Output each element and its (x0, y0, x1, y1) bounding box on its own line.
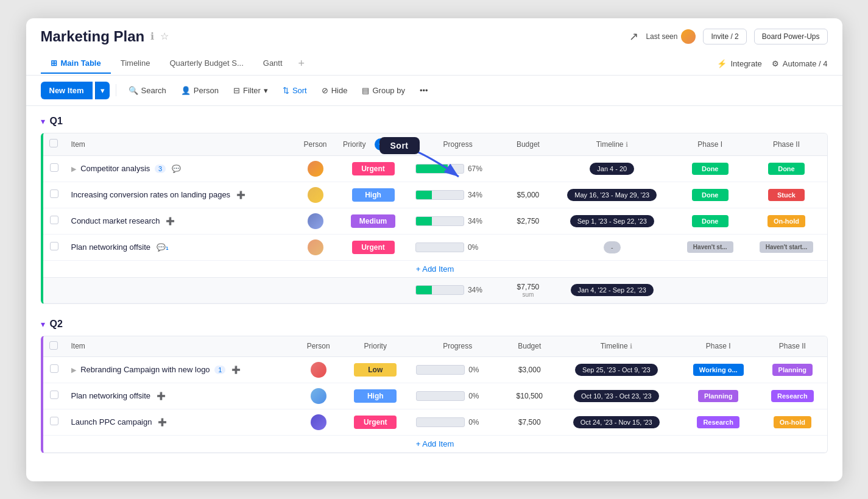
q1-toggle[interactable]: ▾ (41, 116, 45, 126)
automate-button[interactable]: ⚙ Automate / 4 (772, 59, 828, 68)
q2-row1-phase1-badge[interactable]: Working o... (693, 364, 744, 376)
sort-button[interactable]: ⇅ Sort (277, 82, 313, 99)
info-icon[interactable]: ℹ (150, 30, 154, 42)
row4-comment-icon[interactable]: 💬₁ (157, 243, 169, 252)
q2-row1-priority-badge[interactable]: Low (354, 363, 397, 377)
power-ups-button[interactable]: Board Power-Ups (754, 29, 828, 44)
q1-row4-phase2[interactable]: Haven't start... (746, 234, 827, 260)
q2-row2-phase2[interactable]: Research (758, 383, 827, 409)
row2-checkbox[interactable] (50, 189, 58, 198)
q2-row3-comment[interactable]: ➕ (158, 418, 167, 426)
q2-row1-checkbox[interactable] (50, 364, 58, 373)
q1-row2-phase2[interactable]: Stuck (746, 182, 827, 208)
q2-row1-priority[interactable]: Low (340, 356, 410, 383)
row3-phase1-badge[interactable]: Done (692, 215, 729, 227)
integrate-button[interactable]: ⚡ Integrate (717, 59, 761, 68)
q2-col-person: Person (296, 336, 340, 357)
q2-row3-checkbox[interactable] (50, 417, 58, 425)
q2-row2-phase2-badge[interactable]: Research (771, 390, 814, 402)
q2-row2-phase1[interactable]: Planning (679, 383, 758, 409)
q1-row2-phase1[interactable]: Done (674, 182, 746, 208)
q2-col-timeline: Timeline ℹ (554, 336, 679, 357)
add-tab-button[interactable]: + (292, 52, 311, 75)
hide-button[interactable]: ⊘ Hide (316, 82, 354, 99)
row1-priority-badge[interactable]: Urgent (352, 162, 395, 175)
row4-checkbox[interactable] (50, 242, 58, 250)
q2-select-all-checkbox[interactable] (49, 341, 58, 350)
q2-row3-phase1[interactable]: Research (679, 409, 758, 435)
q1-col-timeline: Timeline ℹ (550, 133, 675, 156)
row3-phase2-badge[interactable]: On-hold (767, 215, 805, 227)
tab-main-table[interactable]: ⊞ Main Table (41, 54, 111, 74)
search-button[interactable]: 🔍 Search (122, 82, 172, 99)
q2-row3-timeline: Oct 24, '23 - Nov 15, '23 (554, 409, 679, 435)
tab-gantt[interactable]: Gantt (253, 54, 292, 74)
row4-phase2-badge[interactable]: Haven't start... (760, 241, 814, 253)
q1-row1-phase2[interactable]: Done (746, 155, 827, 182)
invite-button[interactable]: Invite / 2 (703, 29, 746, 44)
q1-row4-priority[interactable]: Urgent (337, 234, 409, 260)
q2-row3-phase2[interactable]: On-hold (758, 409, 827, 435)
q2-row1-phase2[interactable]: Planning (758, 356, 827, 383)
q1-add-item-row[interactable]: + Add Item (43, 260, 827, 277)
row2-phase2-badge[interactable]: Stuck (768, 189, 805, 201)
row3-comment-icon[interactable]: ➕ (166, 217, 175, 225)
q2-row3-priority-badge[interactable]: Urgent (354, 416, 397, 429)
q2-row1-phase1[interactable]: Working o... (679, 356, 758, 383)
star-icon[interactable]: ☆ (160, 30, 169, 42)
row4-phase1-badge[interactable]: Haven't st... (687, 241, 733, 253)
q2-row1-comment[interactable]: ➕ (231, 366, 241, 374)
q2-col-priority: Priority (340, 336, 410, 357)
q2-toggle[interactable]: ▾ (41, 319, 45, 329)
row2-comment-icon[interactable]: ➕ (236, 191, 245, 199)
q1-row-2: Increasing conversion rates on landing p… (43, 182, 827, 208)
q1-row-3: Conduct market research ➕ Medium (43, 208, 827, 234)
more-button[interactable]: ••• (414, 82, 434, 99)
row1-comment-icon[interactable]: 💬 (172, 165, 181, 173)
q2-row-3: Launch PPC campaign ➕ Urgent (43, 409, 827, 435)
row3-checkbox[interactable] (50, 216, 58, 224)
q2-row3-priority[interactable]: Urgent (340, 409, 410, 435)
q1-row3-phase2[interactable]: On-hold (746, 208, 827, 234)
q1-row3-phase1[interactable]: Done (674, 208, 746, 234)
row4-priority-badge[interactable]: Urgent (352, 241, 395, 254)
q2-row2-checkbox[interactable] (50, 391, 58, 399)
q2-row1-expand[interactable]: ▶ (71, 366, 76, 373)
q1-row3-priority[interactable]: Medium (337, 208, 409, 234)
q1-row1-phase1[interactable]: Done (674, 155, 746, 182)
q2-row2-phase1-badge[interactable]: Planning (698, 390, 738, 402)
tab-quarterly[interactable]: Quarterly Budget S... (160, 54, 253, 74)
person-button[interactable]: 👤 Person (175, 82, 225, 99)
row2-phase1-badge[interactable]: Done (692, 189, 729, 201)
q1-add-item-label[interactable]: + Add Item (416, 264, 454, 274)
q2-row2-comment[interactable]: ➕ (157, 392, 166, 400)
row1-phase1-badge[interactable]: Done (692, 163, 729, 175)
new-item-dropdown[interactable]: ▾ (95, 82, 110, 99)
q1-row3-budget: $2,750 (506, 208, 549, 234)
q2-add-item-row[interactable]: + Add Item (43, 435, 827, 452)
q2-add-item-label[interactable]: + Add Item (416, 439, 454, 448)
q2-row2-priority[interactable]: High (340, 383, 410, 409)
q1-row2-budget: $5,000 (506, 182, 549, 208)
group-by-button[interactable]: ▤ Group by (356, 82, 411, 99)
q1-row2-priority[interactable]: High (337, 182, 409, 208)
select-all-checkbox[interactable] (49, 139, 58, 147)
q2-row3-phase2-badge[interactable]: On-hold (774, 416, 811, 428)
last-seen-avatar (681, 29, 696, 44)
q1-title: Q1 (50, 116, 63, 127)
q2-col-item: Item (65, 336, 296, 357)
row1-phase2-badge[interactable]: Done (768, 163, 805, 175)
row1-expand[interactable]: ▶ (71, 165, 76, 172)
q2-row2-priority-badge[interactable]: High (354, 389, 397, 403)
tab-timeline[interactable]: Timeline (111, 54, 160, 74)
filter-button[interactable]: ⊟ Filter ▾ (227, 82, 274, 99)
q1-row4-phase1[interactable]: Haven't st... (674, 234, 746, 260)
q2-row3-phase1-badge[interactable]: Research (697, 416, 739, 428)
new-item-button[interactable]: New Item (41, 82, 93, 99)
q1-row1-priority[interactable]: Urgent (337, 155, 409, 182)
row1-checkbox[interactable] (50, 163, 58, 172)
row2-priority-badge[interactable]: High (352, 188, 395, 202)
q2-row1-phase2-badge[interactable]: Planning (772, 364, 813, 376)
row2-name: Increasing conversion rates on landing p… (71, 190, 231, 199)
row3-priority-badge[interactable]: Medium (351, 214, 395, 228)
